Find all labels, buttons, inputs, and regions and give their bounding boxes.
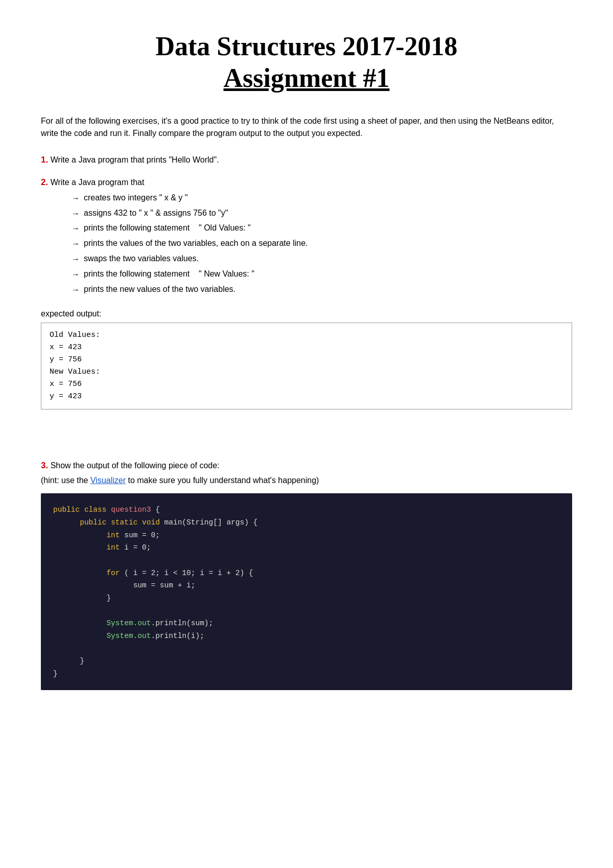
question-3-section: 3. Show the output of the following piec… [41, 461, 572, 690]
intro-paragraph: For all of the following exercises, it's… [41, 115, 572, 140]
title-line1: Data Structures 2017-2018 [41, 31, 572, 62]
arrow-icon-3: → [72, 221, 80, 236]
q2-sub-items: → creates two integers " x & y " → assig… [72, 191, 572, 298]
sub-item-2: → assigns 432 to " x " & assigns 756 to … [72, 206, 572, 221]
sub-item-6: → prints the following statement " New V… [72, 267, 572, 282]
sub-item-text-7: prints the new values of the two variabl… [84, 282, 235, 297]
sub-item-text-3: prints the following statement " Old Val… [84, 221, 251, 236]
sub-item-text-6: prints the following statement " New Val… [84, 267, 254, 282]
output-line-1: Old Values: [50, 329, 563, 341]
output-line-6: y = 423 [50, 391, 563, 403]
arrow-icon-2: → [72, 207, 80, 221]
arrow-icon-1: → [72, 191, 80, 206]
q3-text: Show the output of the following piece o… [48, 461, 219, 470]
expected-output-label: expected output: [41, 309, 572, 318]
sub-item-text-1: creates two integers " x & y " [84, 191, 187, 205]
output-line-3: y = 756 [50, 354, 563, 366]
sub-item-5: → swaps the two variables values. [72, 252, 572, 267]
q3-header: 3. Show the output of the following piec… [41, 461, 572, 471]
output-box: Old Values: x = 423 y = 756 New Values: … [41, 323, 572, 409]
code-block: public class question3 { public static v… [41, 493, 572, 690]
arrow-icon-7: → [72, 283, 80, 298]
sub-item-text-2: assigns 432 to " x " & assigns 756 to "y… [84, 206, 228, 221]
q2-number: 2. [41, 177, 48, 187]
q3-number: 3. [41, 461, 48, 470]
question-2: 2. Write a Java program that → creates t… [41, 177, 572, 298]
visualizer-link[interactable]: Visualizer [90, 476, 126, 485]
arrow-icon-5: → [72, 252, 80, 267]
q3-hint: (hint: use the Visualizer to make sure y… [41, 476, 572, 485]
hint-suffix: to make sure you fully understand what's… [126, 476, 319, 485]
output-line-4: New Values: [50, 366, 563, 378]
output-line-2: x = 423 [50, 341, 563, 354]
q1-number: 1. [41, 155, 48, 165]
sub-item-1: → creates two integers " x & y " [72, 191, 572, 206]
sub-item-text-4: prints the values of the two variables, … [84, 236, 308, 251]
sub-item-text-5: swaps the two variables values. [84, 252, 199, 266]
arrow-icon-4: → [72, 237, 80, 252]
hint-prefix: (hint: use the [41, 476, 90, 485]
title-line2: Assignment #1 [41, 62, 572, 94]
sub-item-3: → prints the following statement " Old V… [72, 221, 572, 236]
output-line-5: x = 756 [50, 378, 563, 391]
question-1: 1. Write a Java program that prints "Hel… [41, 155, 572, 165]
sub-item-4: → prints the values of the two variables… [72, 236, 572, 252]
sub-item-7: → prints the new values of the two varia… [72, 282, 572, 298]
page-title-block: Data Structures 2017-2018 Assignment #1 [41, 31, 572, 95]
q2-text: Write a Java program that [48, 178, 144, 187]
q1-text: Write a Java program that prints "Hello … [48, 155, 219, 164]
arrow-icon-6: → [72, 267, 80, 282]
